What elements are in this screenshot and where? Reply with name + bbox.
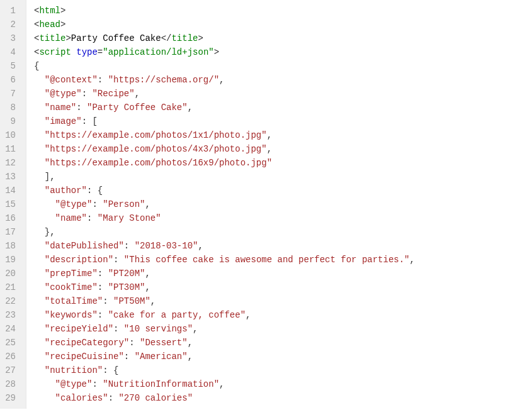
token-punct [34, 379, 55, 389]
code-line[interactable]: "https://example.com/photos/4x3/photo.jp… [34, 142, 415, 156]
line-number: 16 [0, 211, 20, 225]
code-line[interactable]: "https://example.com/photos/16x9/photo.j… [34, 156, 415, 170]
token-string: "totalTime" [45, 296, 103, 306]
code-line[interactable]: ], [34, 170, 415, 184]
line-number: 11 [0, 142, 20, 156]
code-line[interactable]: "https://example.com/photos/1x1/photo.jp… [34, 128, 415, 142]
token-string: "American" [135, 352, 188, 362]
token-punct [34, 324, 45, 334]
code-line[interactable]: "totalTime": "PT50M", [34, 294, 415, 308]
token-punct: : [124, 241, 135, 251]
token-text: Party Coffee Cake [71, 33, 161, 43]
code-line[interactable]: "@type": "NutritionInformation", [34, 377, 415, 391]
token-punct: , [267, 130, 272, 140]
code-line[interactable]: "author": { [34, 184, 415, 197]
line-number: 15 [0, 197, 20, 211]
token-punct: , [188, 102, 193, 113]
code-line[interactable]: { [34, 59, 415, 73]
line-number: 9 [0, 114, 20, 128]
token-punct [34, 102, 45, 113]
token-punct: , [219, 379, 224, 389]
code-line[interactable]: <html> [34, 4, 415, 18]
token-punct [34, 269, 45, 279]
token-punct: > [60, 19, 65, 30]
token-punct: , [267, 144, 272, 154]
code-line[interactable]: "calories": "270 calories" [34, 391, 415, 405]
code-line[interactable]: }, [34, 225, 415, 239]
code-line[interactable]: "recipeCuisine": "American", [34, 350, 415, 363]
line-number: 7 [0, 87, 20, 101]
token-punct: ], [34, 172, 55, 182]
token-string: "@type" [55, 199, 93, 209]
token-punct: : [98, 269, 108, 279]
token-string: "Mary Stone" [98, 213, 161, 223]
token-string: "Dessert" [140, 338, 188, 348]
code-line[interactable]: <script type="application/ld+json"> [34, 45, 415, 59]
token-punct [34, 296, 45, 306]
code-line[interactable]: "@context": "https://schema.org/", [34, 73, 415, 87]
line-number: 13 [0, 170, 20, 184]
token-punct: > [198, 33, 203, 43]
code-line[interactable]: "@type": "Recipe", [34, 87, 415, 101]
code-line[interactable]: "keywords": "cake for a party, coffee", [34, 308, 415, 322]
token-string: "https://example.com/photos/4x3/photo.jp… [45, 144, 267, 154]
token-punct: > [214, 47, 219, 57]
token-punct: : [76, 102, 87, 113]
token-tag: script [39, 47, 71, 57]
token-punct [34, 158, 45, 168]
token-string: "https://schema.org/" [108, 75, 219, 85]
token-punct [34, 130, 45, 140]
token-punct [34, 352, 45, 362]
token-string: "datePublished" [45, 241, 124, 251]
token-punct: , [145, 282, 150, 292]
token-punct: , [188, 352, 193, 362]
line-number: 27 [0, 363, 20, 377]
line-number: 2 [0, 18, 20, 31]
token-punct [71, 47, 76, 57]
code-line[interactable]: "recipeYield": "10 servings", [34, 322, 415, 336]
token-tag: title [171, 33, 198, 43]
code-line[interactable]: "@type": "Person", [34, 197, 415, 211]
token-punct [34, 144, 45, 154]
token-punct [34, 199, 55, 209]
code-line[interactable]: "nutrition": { [34, 363, 415, 377]
token-punct: , [188, 338, 193, 348]
line-number: 14 [0, 184, 20, 197]
line-number: 8 [0, 101, 20, 114]
code-line[interactable]: "datePublished": "2018-03-10", [34, 239, 415, 253]
token-string: "@context" [45, 75, 98, 85]
line-number: 1 [0, 4, 20, 18]
token-punct: , [150, 296, 156, 306]
code-line[interactable]: "description": "This coffee cake is awes… [34, 253, 415, 267]
token-string: "cake for a party, coffee" [108, 310, 246, 320]
token-string: "270 calories" [118, 393, 193, 403]
token-punct: </ [161, 33, 172, 43]
token-punct: : [87, 213, 98, 223]
line-number: 20 [0, 267, 20, 280]
code-line[interactable]: <title>Party Coffee Cake</title> [34, 31, 415, 45]
token-punct: : { [87, 186, 103, 196]
token-punct: , [198, 241, 203, 251]
token-string: "recipeCuisine" [45, 352, 124, 362]
token-punct: : [113, 255, 124, 265]
code-line[interactable]: "name": "Party Coffee Cake", [34, 101, 415, 114]
code-line[interactable]: "name": "Mary Stone" [34, 211, 415, 225]
token-punct: > [65, 33, 71, 43]
code-editor-content[interactable]: <html><head><title>Party Coffee Cake</ti… [26, 0, 415, 409]
code-line[interactable]: "cookTime": "PT30M", [34, 280, 415, 294]
token-string: "nutrition" [45, 365, 103, 375]
token-punct [34, 282, 45, 292]
code-line[interactable]: <head> [34, 18, 415, 31]
token-string: "Person" [103, 199, 145, 209]
code-line[interactable]: "recipeCategory": "Dessert", [34, 336, 415, 350]
code-line[interactable]: "prepTime": "PT20M", [34, 267, 415, 280]
token-punct: : [124, 352, 135, 362]
line-number: 19 [0, 253, 20, 267]
token-string: "https://example.com/photos/1x1/photo.jp… [45, 130, 267, 140]
code-line[interactable]: "image": [ [34, 114, 415, 128]
line-number: 22 [0, 294, 20, 308]
token-punct [34, 310, 45, 320]
token-string: "cookTime" [45, 282, 98, 292]
token-string: "2018-03-10" [135, 241, 198, 251]
line-number: 23 [0, 308, 20, 322]
